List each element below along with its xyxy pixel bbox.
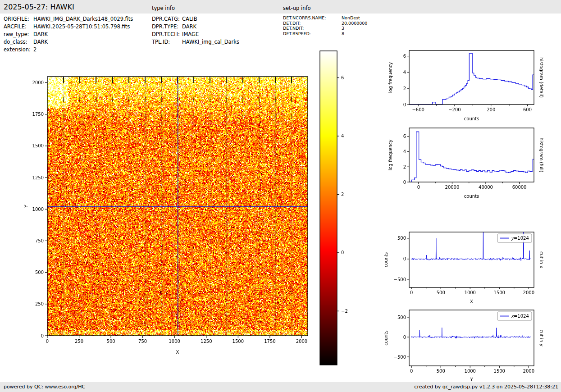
plots-svg: 0250500750100012501500175020000250500750… (0, 0, 561, 392)
hist-detail-ylabel: log frequency (388, 62, 393, 93)
colorbar-axes: 6420−2 (320, 51, 348, 365)
svg-text:−500: −500 (394, 355, 406, 360)
cut-y-ylabel: counts (383, 330, 388, 345)
cut-y-series (411, 328, 531, 338)
svg-text:500: 500 (35, 270, 44, 275)
svg-text:0: 0 (403, 180, 406, 185)
svg-text:0: 0 (403, 335, 406, 340)
svg-text:250: 250 (35, 301, 44, 306)
cut-x-plot: 0500100015002000−5000500Xcountscut in xy… (383, 222, 544, 304)
svg-text:60000: 60000 (512, 185, 527, 190)
cut-y-legend-label: x=1024 (511, 314, 529, 319)
svg-text:40000: 40000 (479, 185, 493, 190)
svg-text:2000: 2000 (296, 339, 307, 344)
svg-text:1500: 1500 (233, 339, 244, 344)
hist-detail-frame (409, 50, 534, 105)
svg-text:1500: 1500 (494, 369, 505, 374)
hist-full-xlabel: counts (464, 194, 479, 199)
cut-x-right-label: cut in x (539, 251, 544, 268)
svg-text:0: 0 (46, 339, 49, 344)
svg-text:500: 500 (107, 339, 115, 344)
main-image-frame (47, 77, 308, 336)
svg-text:0: 0 (403, 102, 406, 107)
svg-text:0: 0 (341, 250, 344, 255)
svg-text:0: 0 (410, 290, 413, 295)
main-image-plot: 0250500750100012501500175020000250500750… (24, 77, 308, 355)
svg-text:0: 0 (403, 256, 406, 261)
hist-full-ylabel: log frequency (388, 140, 393, 171)
svg-text:0: 0 (417, 185, 420, 190)
qc-report-page: 2025-05-27: HAWKI type info set-up info … (0, 0, 561, 392)
svg-text:500: 500 (397, 236, 406, 241)
svg-text:2: 2 (341, 192, 344, 197)
cut-y-plot: 0500100015002000−5000500Ycountscut in yx… (383, 310, 544, 382)
svg-text:−600: −600 (412, 107, 424, 112)
svg-text:500: 500 (397, 315, 406, 320)
hist-full-frame (409, 128, 534, 182)
svg-text:2000: 2000 (523, 290, 534, 295)
svg-text:−2: −2 (341, 309, 348, 314)
cut-x-ylabel: counts (383, 252, 388, 267)
svg-text:1250: 1250 (201, 339, 212, 344)
cut-x-legend-label: y=1024 (511, 236, 529, 241)
hist-detail-series (409, 54, 534, 105)
svg-text:1750: 1750 (32, 112, 44, 117)
svg-text:200: 200 (487, 107, 495, 112)
svg-text:500: 500 (437, 369, 445, 374)
svg-text:1000: 1000 (169, 339, 180, 344)
svg-text:1500: 1500 (32, 143, 44, 148)
svg-text:4: 4 (403, 70, 406, 75)
svg-text:6: 6 (403, 134, 406, 139)
svg-text:0: 0 (41, 333, 44, 338)
hist-detail-plot: −600−2002006000246countslog frequencyhis… (388, 50, 544, 121)
svg-text:6: 6 (341, 75, 344, 80)
svg-text:750: 750 (35, 238, 44, 243)
svg-text:500: 500 (437, 290, 445, 295)
svg-text:1750: 1750 (264, 339, 275, 344)
hist-full-right-label: histogram (full) (539, 137, 544, 172)
hist-full-series (409, 132, 534, 182)
main-image-xlabel: X (176, 350, 179, 355)
hist-full-plot: 02000040000600000246countslog frequencyh… (388, 128, 544, 199)
svg-text:600: 600 (523, 107, 532, 112)
svg-text:1000: 1000 (465, 369, 476, 374)
svg-text:1000: 1000 (32, 207, 44, 212)
cut-y-right-label: cut in y (539, 329, 544, 346)
svg-text:1500: 1500 (494, 290, 505, 295)
cut-y-xlabel: Y (470, 377, 473, 382)
svg-text:2000: 2000 (523, 369, 534, 374)
svg-text:1250: 1250 (32, 175, 44, 180)
svg-text:4: 4 (403, 149, 406, 154)
cut-x-legend: y=1024 (497, 234, 532, 242)
svg-text:4: 4 (341, 133, 344, 138)
svg-text:750: 750 (138, 339, 147, 344)
svg-text:−500: −500 (394, 277, 406, 282)
svg-text:250: 250 (75, 339, 83, 344)
svg-text:1000: 1000 (465, 290, 476, 295)
svg-text:2: 2 (403, 164, 406, 169)
hist-detail-xlabel: counts (464, 116, 479, 121)
cut-x-xlabel: X (470, 299, 473, 304)
cut-y-legend: x=1024 (497, 312, 532, 320)
svg-text:0: 0 (410, 369, 413, 374)
svg-text:6: 6 (403, 54, 406, 59)
svg-text:2000: 2000 (32, 80, 44, 85)
svg-text:2: 2 (403, 86, 406, 91)
svg-text:−200: −200 (448, 107, 461, 112)
main-image-ylabel: Y (24, 205, 29, 208)
hist-detail-right-label: histogram (detail) (539, 57, 544, 98)
svg-text:20000: 20000 (445, 185, 460, 190)
